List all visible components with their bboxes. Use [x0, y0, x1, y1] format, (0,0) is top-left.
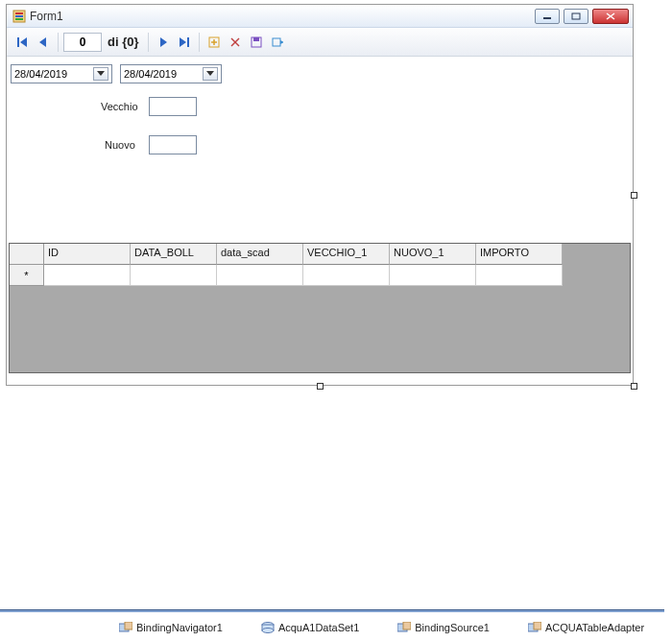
svg-rect-26: [125, 622, 132, 629]
cell[interactable]: [217, 265, 303, 286]
tray-bindingsource[interactable]: BindingSource1: [397, 622, 490, 633]
tray-label: AcquA1DataSet1: [278, 622, 359, 633]
nav-total-label: di {0}: [104, 35, 143, 49]
cell[interactable]: [476, 265, 563, 286]
tray-label: ACQUATableAdapter: [545, 622, 644, 633]
vecchio-label: Vecchio: [101, 101, 138, 112]
selection-handle-right[interactable]: [631, 192, 637, 199]
close-button[interactable]: [592, 9, 629, 24]
nav-save-button[interactable]: [247, 32, 266, 53]
minimize-button[interactable]: [535, 9, 560, 24]
svg-rect-3: [15, 18, 23, 20]
row-header-new[interactable]: *: [10, 265, 44, 286]
svg-rect-4: [543, 17, 551, 19]
vecchio-input[interactable]: [149, 97, 197, 116]
titlebar: Form1: [7, 5, 633, 28]
svg-marker-12: [180, 37, 186, 47]
app-icon: [12, 10, 26, 23]
datepicker-1-value: 28/04/2019: [14, 68, 67, 80]
tray-label: BindingSource1: [415, 622, 490, 633]
col-vecchio-1[interactable]: VECCHIO_1: [303, 244, 390, 265]
svg-rect-5: [572, 13, 580, 19]
datepicker-2[interactable]: 28/04/2019: [120, 64, 222, 83]
dropdown-icon[interactable]: [93, 67, 108, 81]
svg-marker-10: [39, 37, 46, 47]
col-id[interactable]: ID: [44, 244, 131, 265]
tray-tableadapter[interactable]: ACQUATableAdapter: [528, 622, 644, 633]
data-grid[interactable]: ID DATA_BOLL data_scad VECCHIO_1 NUOVO_1…: [9, 243, 631, 373]
cell[interactable]: [131, 265, 217, 286]
component-tray: BindingNavigator1 AcquA1DataSet1 Binding…: [0, 618, 672, 637]
component-icon: [528, 622, 541, 633]
cell[interactable]: [303, 265, 390, 286]
selection-handle-bottom[interactable]: [317, 383, 324, 390]
svg-point-29: [262, 629, 274, 633]
svg-marker-11: [160, 37, 167, 47]
col-nuovo-1[interactable]: NUOVO_1: [390, 244, 476, 265]
window-title: Form1: [30, 10, 63, 23]
tray-dataset[interactable]: AcquA1DataSet1: [261, 622, 359, 633]
component-icon: [119, 622, 132, 633]
svg-rect-21: [273, 38, 280, 46]
datepicker-2-value: 28/04/2019: [124, 68, 177, 80]
nav-first-button[interactable]: [12, 32, 32, 53]
svg-rect-13: [187, 37, 189, 47]
dropdown-icon[interactable]: [203, 67, 218, 81]
component-icon: [261, 622, 275, 633]
nuovo-label: Nuovo: [105, 139, 135, 151]
svg-marker-9: [20, 37, 27, 47]
svg-rect-8: [17, 37, 19, 47]
nav-add-button[interactable]: [204, 32, 224, 53]
svg-rect-20: [253, 37, 259, 41]
datepicker-1[interactable]: 28/04/2019: [11, 64, 112, 83]
binding-navigator: di {0}: [7, 28, 633, 57]
client-area: 28/04/2019 28/04/2019 Vecchio Nuovo ID D…: [7, 57, 633, 385]
nav-extra-button[interactable]: [268, 32, 287, 53]
svg-rect-2: [15, 15, 23, 17]
tray-separator: [0, 609, 664, 612]
form-window: Form1 di {0} 28/04/2019 28/04/2019: [6, 4, 634, 386]
maximize-button[interactable]: [564, 9, 588, 24]
svg-rect-33: [534, 622, 541, 629]
nav-next-button[interactable]: [154, 32, 173, 53]
grid-new-row[interactable]: *: [10, 265, 630, 286]
nav-position-input[interactable]: [63, 33, 102, 52]
col-importo[interactable]: IMPORTO: [476, 244, 563, 265]
component-icon: [397, 622, 411, 633]
svg-marker-23: [97, 71, 105, 76]
svg-marker-22: [280, 40, 283, 44]
col-data-scad[interactable]: data_scad: [217, 244, 303, 265]
nav-prev-button[interactable]: [34, 32, 53, 53]
svg-marker-24: [206, 71, 214, 76]
nav-last-button[interactable]: [175, 32, 194, 53]
cell[interactable]: [44, 265, 131, 286]
tray-bindingnavigator[interactable]: BindingNavigator1: [119, 622, 223, 633]
nuovo-input[interactable]: [149, 135, 197, 154]
cell[interactable]: [390, 265, 476, 286]
grid-header: ID DATA_BOLL data_scad VECCHIO_1 NUOVO_1…: [10, 244, 630, 265]
svg-rect-31: [403, 622, 411, 629]
svg-rect-1: [15, 12, 23, 14]
window-controls: [535, 9, 629, 24]
selection-handle-corner[interactable]: [631, 383, 637, 390]
col-data-boll[interactable]: DATA_BOLL: [131, 244, 217, 265]
tray-label: BindingNavigator1: [136, 622, 223, 633]
nav-delete-button[interactable]: [226, 32, 245, 53]
grid-corner[interactable]: [10, 244, 44, 265]
